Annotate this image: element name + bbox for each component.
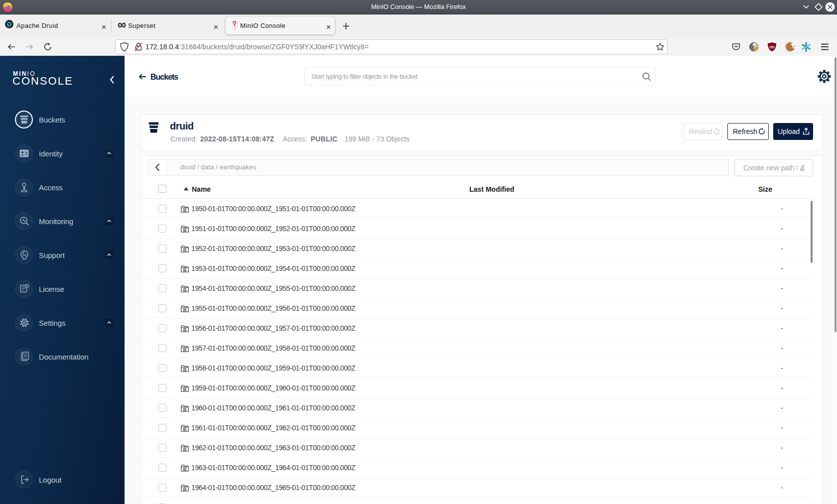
svg-text:UO: UO xyxy=(769,45,775,49)
